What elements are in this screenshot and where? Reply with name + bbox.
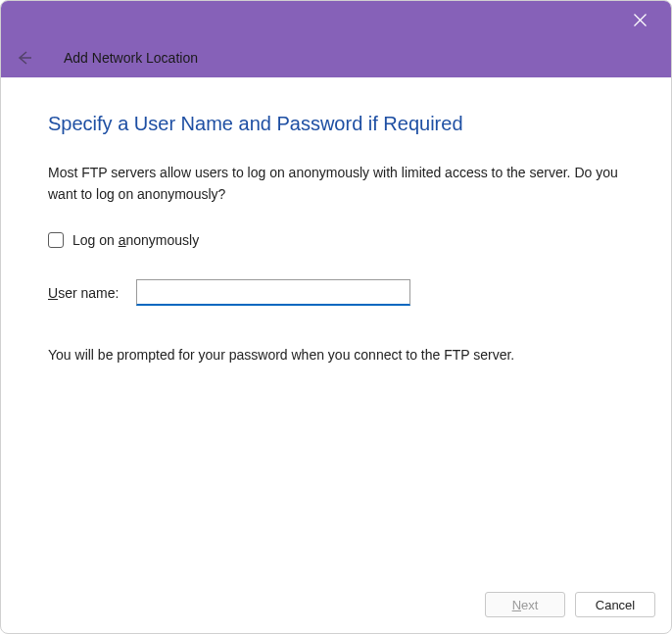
close-button[interactable]	[620, 1, 659, 38]
titlebar	[1, 1, 671, 38]
cancel-button[interactable]: Cancel	[575, 592, 655, 617]
wizard-content: Specify a User Name and Password if Requ…	[1, 77, 671, 578]
anonymous-checkbox-label[interactable]: Log on anonymously	[72, 232, 199, 248]
username-row: User name:	[48, 279, 624, 306]
page-heading: Specify a User Name and Password if Requ…	[48, 113, 624, 135]
back-arrow-icon	[17, 50, 32, 66]
wizard-title: Add Network Location	[64, 50, 198, 66]
wizard-footer: Next Cancel	[1, 578, 671, 633]
username-input[interactable]	[136, 279, 410, 306]
back-button[interactable]	[17, 50, 32, 66]
anonymous-checkbox[interactable]	[48, 232, 64, 248]
next-button[interactable]: Next	[485, 592, 565, 617]
anonymous-checkbox-row: Log on anonymously	[48, 232, 624, 248]
password-hint: You will be prompted for your password w…	[48, 347, 624, 363]
username-label: User name:	[48, 285, 119, 301]
description-text: Most FTP servers allow users to log on a…	[48, 163, 624, 205]
close-icon	[634, 14, 647, 26]
wizard-header: Add Network Location	[1, 38, 671, 77]
